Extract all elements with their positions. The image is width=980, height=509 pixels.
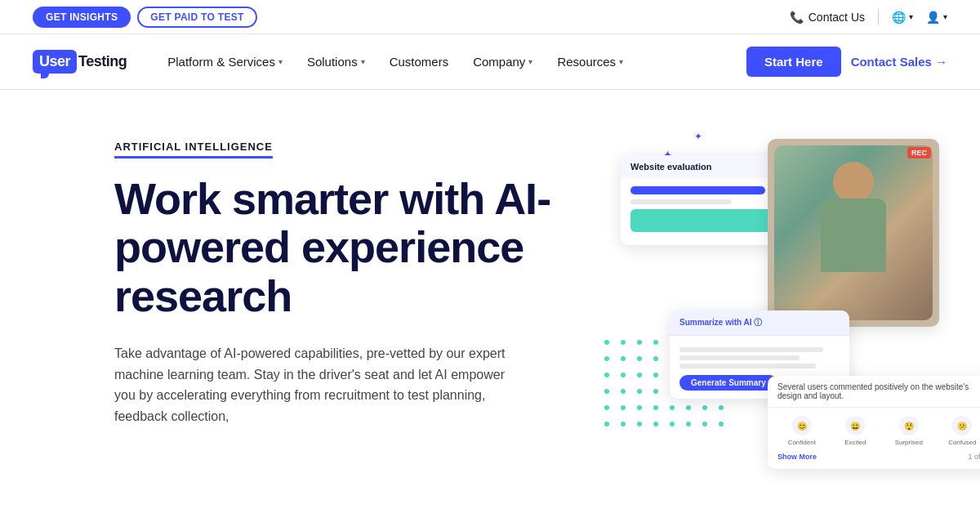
logo-testing-text: Testing xyxy=(78,53,127,70)
chevron-down-icon: ▾ xyxy=(619,57,623,66)
chevron-down-icon: ▾ xyxy=(361,57,365,66)
show-more-row: Show More 1 of 1 xyxy=(777,453,980,461)
chevron-down-icon: ▾ xyxy=(943,12,947,21)
analysis-grid: 😊 Confident 😄 Excited 😲 Surprised 😕 Conf… xyxy=(777,416,980,446)
nav-right: Start Here Contact Sales → xyxy=(746,47,947,77)
line2 xyxy=(679,355,800,360)
analysis-col-surprised: 😲 Surprised xyxy=(884,416,933,446)
surprised-label: Surprised xyxy=(895,439,923,446)
language-button[interactable]: 🌐 ▾ xyxy=(892,11,913,24)
show-more-link[interactable]: Show More xyxy=(777,453,817,461)
top-bar: GET INSIGHTS GET PAID TO TEST 📞 Contact … xyxy=(0,0,980,34)
analysis-card: Several users commented positively on th… xyxy=(768,376,980,469)
hero-illustration: ✦ ✦ ✦ Website evaluation xyxy=(604,123,947,482)
rec-badge: REC xyxy=(907,147,931,159)
globe-icon: 🌐 xyxy=(892,11,906,24)
start-here-button[interactable]: Start Here xyxy=(746,47,841,77)
nav-customers[interactable]: Customers xyxy=(378,48,461,75)
face xyxy=(833,162,874,203)
line1 xyxy=(679,347,823,352)
hero-tag: ARTIFICIAL INTELLIGENCE xyxy=(114,141,273,159)
contact-us-text: Contact Us xyxy=(808,11,865,24)
progress-bar-blue xyxy=(630,186,765,194)
top-bar-left: GET INSIGHTS GET PAID TO TEST xyxy=(33,7,257,28)
logo[interactable]: User Testing xyxy=(33,50,127,74)
divider xyxy=(878,9,879,25)
confident-label: Confident xyxy=(788,439,816,446)
surprised-icon: 😲 xyxy=(899,416,919,435)
woman-photo xyxy=(774,145,933,320)
confused-icon: 😕 xyxy=(952,416,972,435)
logo-user-text: User xyxy=(39,53,70,70)
get-paid-button[interactable]: GET PAID TO TEST xyxy=(137,7,256,28)
hero-description: Take advantage of AI-powered capabilitie… xyxy=(114,343,506,426)
main-navigation: User Testing Platform & Services ▾ Solut… xyxy=(0,34,980,90)
contact-us-link[interactable]: 📞 Contact Us xyxy=(790,11,865,24)
nav-platform-services[interactable]: Platform & Services ▾ xyxy=(156,48,294,75)
excited-icon: 😄 xyxy=(845,416,865,435)
nav-resources[interactable]: Resources ▾ xyxy=(546,48,635,75)
top-bar-right: 📞 Contact Us 🌐 ▾ 👤 ▾ xyxy=(790,9,947,25)
analysis-col-confident: 😊 Confident xyxy=(777,416,826,446)
excited-label: Excited xyxy=(844,439,866,446)
hero-section: ARTIFICIAL INTELLIGENCE Work smarter wit… xyxy=(0,90,980,509)
confused-label: Confused xyxy=(948,439,976,446)
get-insights-button[interactable]: GET INSIGHTS xyxy=(33,7,131,28)
sparkle-icon: ✦ xyxy=(694,131,702,142)
chevron-down-icon: ▾ xyxy=(278,57,283,66)
analysis-body: 😊 Confident 😄 Excited 😲 Surprised 😕 Conf… xyxy=(768,408,980,469)
hero-title: Work smarter with AI-powered experience … xyxy=(114,175,572,320)
analysis-header: Several users commented positively on th… xyxy=(768,376,980,408)
user-account-button[interactable]: 👤 ▾ xyxy=(926,11,947,24)
user-icon: 👤 xyxy=(926,11,940,24)
nav-links: Platform & Services ▾ Solutions ▾ Custom… xyxy=(156,48,746,75)
progress-bar-gray xyxy=(630,199,732,204)
line3 xyxy=(679,364,816,368)
analysis-col-excited: 😄 Excited xyxy=(831,416,880,446)
chevron-down-icon: ▾ xyxy=(909,12,913,21)
nav-company[interactable]: Company ▾ xyxy=(461,48,544,75)
pagination: 1 of 1 xyxy=(968,453,980,461)
hero-left: ARTIFICIAL INTELLIGENCE Work smarter wit… xyxy=(114,139,572,427)
photo-card: REC xyxy=(768,139,939,327)
generate-summary-button[interactable]: Generate Summary xyxy=(679,375,777,391)
summarize-header: Summarize with AI ⓘ xyxy=(670,310,849,336)
phone-icon: 📞 xyxy=(790,11,804,24)
body xyxy=(821,199,886,272)
analysis-col-confused: 😕 Confused xyxy=(938,416,981,446)
confident-icon: 😊 xyxy=(792,416,812,435)
contact-sales-button[interactable]: Contact Sales → xyxy=(851,55,947,69)
chevron-down-icon: ▾ xyxy=(528,57,532,66)
nav-solutions[interactable]: Solutions ▾ xyxy=(296,48,376,75)
